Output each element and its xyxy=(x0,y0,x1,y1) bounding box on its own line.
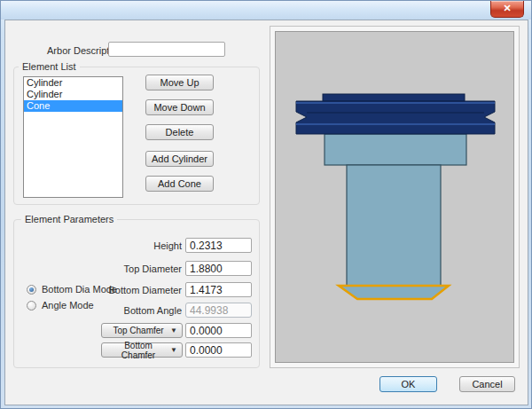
add-cone-button[interactable]: Add Cone xyxy=(145,176,214,192)
arbor-preview-drawing xyxy=(275,31,514,363)
bottom-chamfer-label: Bottom Chamfer xyxy=(106,341,170,360)
move-down-button[interactable]: Move Down xyxy=(145,99,214,115)
ok-button[interactable]: OK xyxy=(379,376,437,392)
arbor-description-input[interactable] xyxy=(108,42,225,57)
list-item-cone-selected[interactable]: Cone xyxy=(24,100,122,112)
bottom-chamfer-dropdown[interactable]: Bottom Chamfer ▼ xyxy=(101,342,183,358)
radio-unselected-icon xyxy=(27,301,36,311)
dialog-window: ✕ Arbor Description Element List Cylinde… xyxy=(0,0,532,409)
arbor-narrow-cylinder xyxy=(347,165,441,286)
bottom-diameter-input[interactable] xyxy=(185,282,252,297)
bottom-dia-mode-label: Bottom Dia Mode xyxy=(42,284,117,295)
radio-selected-icon xyxy=(27,285,36,295)
list-item-cylinder-1[interactable]: Cylinder xyxy=(24,77,122,89)
arbor-flange-band xyxy=(296,101,495,134)
move-up-button[interactable]: Move Up xyxy=(145,75,214,90)
top-chamfer-label: Top Chamfer xyxy=(106,326,170,335)
element-parameters-group-title: Element Parameters xyxy=(21,214,117,224)
cancel-button[interactable]: Cancel xyxy=(459,376,515,392)
top-diameter-label: Top Diameter xyxy=(72,263,182,275)
list-item-cylinder-2[interactable]: Cylinder xyxy=(24,89,122,100)
top-diameter-input[interactable] xyxy=(185,261,252,276)
chevron-down-icon: ▼ xyxy=(170,347,177,354)
top-chamfer-dropdown[interactable]: Top Chamfer ▼ xyxy=(101,323,183,338)
bottom-angle-input xyxy=(185,303,252,318)
element-listbox[interactable]: Cylinder Cylinder Cone xyxy=(23,76,123,198)
close-button[interactable]: ✕ xyxy=(490,1,524,18)
chevron-down-icon: ▼ xyxy=(170,327,177,334)
height-input[interactable] xyxy=(185,238,252,253)
add-cylinder-button[interactable]: Add Cylinder xyxy=(145,151,214,167)
bottom-chamfer-input[interactable] xyxy=(185,342,252,358)
close-icon: ✕ xyxy=(503,3,511,13)
element-list-group-title: Element List xyxy=(19,61,80,72)
arbor-flange-top xyxy=(323,94,465,101)
arbor-wide-cylinder xyxy=(325,134,466,165)
delete-button[interactable]: Delete xyxy=(145,124,214,140)
title-bar[interactable] xyxy=(1,1,531,20)
height-label: Height xyxy=(72,240,182,252)
top-chamfer-input[interactable] xyxy=(185,323,252,338)
arbor-selected-cone xyxy=(339,286,449,299)
bottom-dia-mode-radio[interactable]: Bottom Dia Mode xyxy=(27,284,117,295)
angle-mode-radio[interactable]: Angle Mode xyxy=(27,300,94,311)
angle-mode-label: Angle Mode xyxy=(42,300,94,311)
